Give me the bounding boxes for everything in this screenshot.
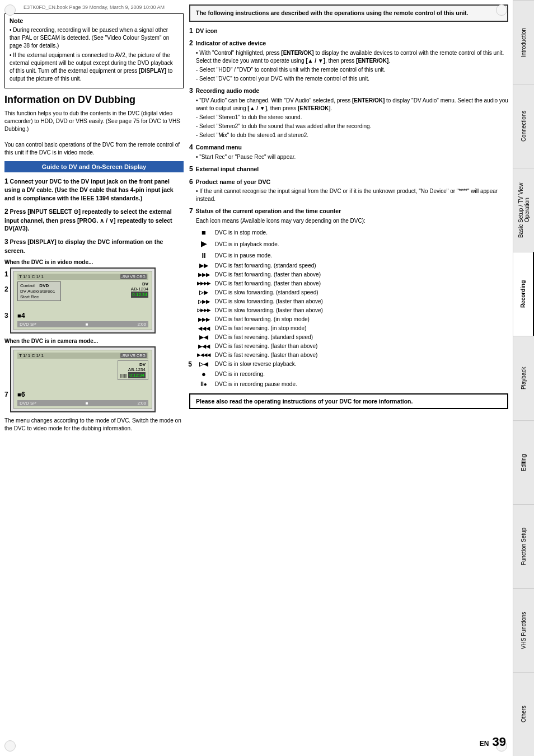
cam-dv-time-row: ||||||| 0:12:34 xyxy=(120,372,146,378)
status-icons-table: ■ DVC is in stop mode. ▶ DVC is in playb… xyxy=(195,227,514,389)
desc-recp: DVC is in recording pause mode. xyxy=(213,380,514,389)
right-item-4-sub-1: "Start Rec" or "Pause Rec" will appear. xyxy=(196,153,508,161)
desc-stop: DVC is in stop mode. xyxy=(213,227,514,238)
icon-ff2: ▶▶▶ xyxy=(195,270,213,279)
right-item-6-sub-1: If the unit cannot recognise the input s… xyxy=(196,187,508,203)
dvc-control-panel: Control DVD DV Audio Stereo1 Start Rec xyxy=(17,281,61,301)
status-row-sf3: ▷▶▶▶ DVC is slow forwarding. (faster tha… xyxy=(195,306,514,315)
sidebar-tab-others-label: Others xyxy=(521,706,527,722)
cam-dv-time: 0:12:34 xyxy=(128,372,146,378)
dvc-top-bar-video: T 1/ 1 C 1/ 1 -RW VR ORG xyxy=(17,274,148,280)
note-text: • During recording, recording will be pa… xyxy=(10,26,179,83)
status-row-ff1: ▶▶ DVC is fast forwarding. (standard spe… xyxy=(195,261,514,270)
desc-ff3: DVC is fast forwarding. (faster than abo… xyxy=(213,279,514,288)
status-row-sf2: ▷▶▶ DVC is slow forwarding. (faster than… xyxy=(195,297,514,306)
right-item-3-title: Recording audio mode xyxy=(196,87,260,94)
sidebar-tab-introduction[interactable]: Introduction xyxy=(513,0,534,84)
step-2-num: 2 xyxy=(4,208,8,215)
dv-audio-label: DV Audio xyxy=(20,289,39,294)
rec-indicator: ■ xyxy=(86,322,88,327)
desc-sf2: DVC is slow forwarding. (faster than abo… xyxy=(213,297,514,306)
sidebar-tab-connections[interactable]: Connections xyxy=(513,84,534,168)
right-item-7-num: 7 xyxy=(189,207,193,215)
stereo-label: Stereo1 xyxy=(39,289,58,294)
right-column: The following instructions are described… xyxy=(189,4,508,752)
desc-fr1: DVC is fast reversing. (standard speed) xyxy=(213,333,514,342)
stop-icon-camera: ■ xyxy=(17,391,148,398)
dvc-cam-top-info: T 1/ 1 C 1/ 1 xyxy=(19,353,44,358)
sidebar-tab-function-setup[interactable]: Function Setup xyxy=(513,504,534,588)
file-info: E3TK0FD_EN.book Page 39 Monday, March 9,… xyxy=(4,4,184,10)
icon-sf1: ▷▶ xyxy=(195,288,213,297)
desc-sf1: DVC is slow forwarding. (standard speed) xyxy=(213,288,514,297)
label-6: 6 xyxy=(21,391,25,398)
right-item-4-num: 4 xyxy=(189,143,193,151)
start-rec-label: Start Rec xyxy=(20,294,39,299)
dvc-top-info: T 1/ 1 C 1/ 1 xyxy=(19,274,44,279)
right-item-5-title: External input channel xyxy=(196,166,259,172)
right-item-5: 5 External input channel xyxy=(189,165,508,174)
label-1: 1 xyxy=(4,270,8,278)
desc-srp: DVC is in slow reverse playback. xyxy=(213,360,514,369)
icon-recp: II● xyxy=(195,380,213,389)
step-1-text: Connect your DVC to the DV input jack on… xyxy=(4,178,174,201)
right-item-2-sub-2: Select "HDD" / "DVD" to control this uni… xyxy=(196,66,508,74)
right-item-7-desc: Each icon means (Available icons may var… xyxy=(196,217,508,225)
right-item-2-num: 2 xyxy=(189,39,193,47)
right-item-6-title: Product name of your DVC xyxy=(196,179,271,185)
right-item-6-sub: If the unit cannot recognise the input s… xyxy=(196,187,508,203)
intro-text-2: You can control basic operations of the … xyxy=(4,142,180,156)
sidebar-tab-function-setup-label: Function Setup xyxy=(521,528,527,565)
step-1: 1 Connect your DVC to the DV input jack … xyxy=(4,177,184,203)
desc-rec: DVC is in recording. xyxy=(213,369,514,380)
cam-bars: ||||||| xyxy=(120,373,128,377)
desc-ffstop: DVC is fast forwarding. (in stop mode) xyxy=(213,315,514,324)
right-item-3: 3 Recording audio mode "DV Audio" can be… xyxy=(189,86,508,139)
section-title: Information on DV Dubbing xyxy=(4,94,184,106)
cam-time-remaining: 2:00 xyxy=(137,401,146,406)
video-mode-label: When the DVC is in video mode... xyxy=(4,259,184,265)
sidebar-tab-playback[interactable]: Playback xyxy=(513,336,534,420)
note-box: Note • During recording, recording will … xyxy=(4,13,184,88)
dv-time: 0:12:34 xyxy=(131,292,148,298)
cam-rec-indicator: ■ xyxy=(86,401,88,406)
sidebar-tab-playback-label: Playback xyxy=(521,367,527,390)
right-item-5-num: 5 xyxy=(189,165,193,173)
time-remaining: 2:00 xyxy=(137,322,146,327)
sidebar-tab-editing[interactable]: Editing xyxy=(513,420,534,504)
sidebar-tab-connections-label: Connections xyxy=(521,111,527,142)
step-2: 2 Press [INPUT SELECT ⊙] repeatedly to s… xyxy=(4,207,184,233)
dvc-top-bar-camera: T 1/ 1 C 1/ 1 -RW VR ORG xyxy=(17,353,148,359)
status-row-ff2: ▶▶▶ DVC is fast forwarding. (faster than… xyxy=(195,270,514,279)
main-content: E3TK0FD_EN.book Page 39 Monday, March 9,… xyxy=(0,0,513,756)
note-bullet-2: • If the external equipment is connected… xyxy=(10,51,179,83)
right-item-2-sub: With "Control" highlighted, press [ENTER… xyxy=(196,49,508,83)
status-row-rec: ● DVC is in recording. xyxy=(195,369,514,380)
desc-fr3: DVC is fast reversing. (faster than abov… xyxy=(213,351,514,360)
icon-ff1: ▶▶ xyxy=(195,261,213,270)
sidebar-tab-vhs[interactable]: VHS Functions xyxy=(513,588,534,672)
right-item-2-sub-1: With "Control" highlighted, press [ENTER… xyxy=(196,49,508,65)
right-numbered-list: 1 DV icon 2 Indicator of active device W… xyxy=(189,26,508,389)
guide-box: Guide to DV and On-Screen Display xyxy=(4,161,184,172)
sidebar-tab-recording[interactable]: Recording xyxy=(513,252,534,336)
dvc-dv-info: DV AB-1234 0:12:34 xyxy=(131,281,148,301)
page-footer: EN 39 xyxy=(480,735,506,749)
sidebar: Introduction Connections Basic Setup / T… xyxy=(513,0,534,756)
sidebar-tab-others[interactable]: Others xyxy=(513,672,534,756)
cam-dv-title: DV xyxy=(120,362,146,367)
status-row-recp: II● DVC is in recording pause mode. xyxy=(195,380,514,389)
dvc-buttons-video: -RW VR ORG xyxy=(120,274,147,279)
label-7: 7 xyxy=(4,391,8,398)
status-row-pause: II DVC is in pause mode. xyxy=(195,250,514,261)
page-en-label: EN xyxy=(480,740,489,748)
right-item-3-num: 3 xyxy=(189,87,193,95)
sidebar-tab-vhs-label: VHS Functions xyxy=(521,612,527,649)
page-number: 39 xyxy=(493,735,506,749)
icon-play: ▶ xyxy=(195,238,213,250)
right-item-4-title: Command menu xyxy=(196,144,242,151)
right-item-3-sub-1: "DV Audio" can be changed. With "DV Audi… xyxy=(196,97,508,112)
sidebar-tab-basic-setup[interactable]: Basic Setup / TV View Operation xyxy=(513,168,534,252)
right-item-2-title: Indicator of active device xyxy=(196,40,266,46)
dvc-bottom-bar-video: DVD SP ■ 2:00 xyxy=(17,321,148,327)
